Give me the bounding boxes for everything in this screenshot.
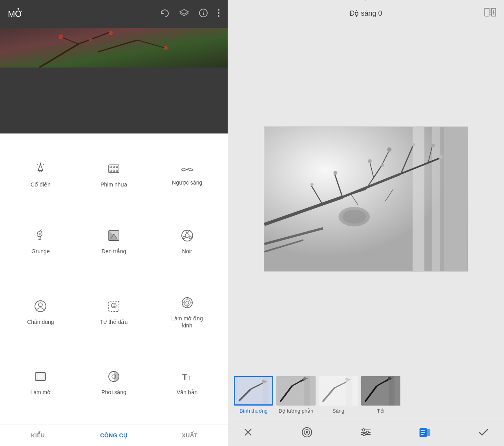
svg-point-128 xyxy=(366,431,369,433)
tool-den-trang[interactable]: Đen trắng xyxy=(77,208,151,275)
confirm-button[interactable] xyxy=(475,424,492,441)
svg-point-88 xyxy=(439,155,443,159)
svg-rect-117 xyxy=(389,376,394,406)
tool-van-ban[interactable]: T T Văn bản xyxy=(150,349,224,416)
svg-point-52 xyxy=(186,306,188,307)
palette-button[interactable] xyxy=(416,424,433,441)
svg-point-118 xyxy=(388,377,391,380)
filter-do-tuong-phan[interactable]: Độ tương phản xyxy=(276,376,316,414)
svg-text:T: T xyxy=(187,375,191,382)
filter-thumb-img-toi xyxy=(361,376,400,406)
svg-rect-24 xyxy=(110,166,111,168)
svg-rect-67 xyxy=(432,127,440,271)
tool-lam-mo[interactable]: Làm mờ xyxy=(4,349,77,416)
tab-kieu[interactable]: KIỂU xyxy=(0,424,76,446)
filter-thumb-img-do-tuong-phan xyxy=(276,376,316,406)
svg-point-127 xyxy=(362,429,365,431)
filter-button[interactable] xyxy=(298,424,316,441)
selfie-icon xyxy=(107,299,121,315)
tool-nguoc-sang[interactable]: Ngược sáng xyxy=(150,141,224,208)
svg-rect-66 xyxy=(413,127,424,271)
svg-point-41 xyxy=(38,303,42,307)
info-icon[interactable] xyxy=(199,8,208,20)
svg-rect-132 xyxy=(421,430,425,431)
svg-point-12 xyxy=(58,35,63,39)
svg-point-13 xyxy=(109,31,113,35)
tool-grunge-label: Grunge xyxy=(31,248,50,255)
header-icons xyxy=(160,8,220,20)
svg-rect-133 xyxy=(421,432,425,433)
reel-icon xyxy=(180,228,194,245)
tool-phoi-sang[interactable]: Phơi sáng xyxy=(77,349,151,416)
tool-phim-nhua[interactable]: Phim nhựa xyxy=(77,141,151,208)
tool-lam-mo-label: Làm mờ xyxy=(30,389,51,396)
svg-point-81 xyxy=(388,148,391,151)
right-panel: Độ sáng 0 xyxy=(228,0,504,446)
tool-noir[interactable]: Noir xyxy=(150,208,224,275)
svg-marker-18 xyxy=(38,164,43,170)
layers-icon[interactable] xyxy=(179,8,189,20)
cancel-button[interactable] xyxy=(239,424,257,441)
svg-marker-0 xyxy=(180,9,188,14)
undo-icon[interactable] xyxy=(160,8,170,20)
app-title: MỞ xyxy=(8,9,160,19)
svg-point-36 xyxy=(185,234,189,238)
svg-point-44 xyxy=(113,304,113,305)
filter-binh-thuong-label: Bình thường xyxy=(239,408,268,414)
svg-rect-8 xyxy=(0,28,228,68)
svg-point-4 xyxy=(218,9,219,11)
svg-line-21 xyxy=(43,164,44,165)
svg-point-48 xyxy=(186,301,189,304)
svg-point-47 xyxy=(184,300,190,306)
filter-sang[interactable]: Sáng xyxy=(319,376,358,414)
portrait-icon xyxy=(33,299,47,315)
text-icon: T T xyxy=(180,369,194,386)
tool-chan-dung[interactable]: Chân dung xyxy=(4,275,77,349)
filter-toi[interactable]: Tối xyxy=(361,376,400,414)
blur-lens-icon xyxy=(180,296,194,312)
svg-point-83 xyxy=(431,144,435,148)
svg-rect-135 xyxy=(427,429,430,436)
tool-tu-the-dau[interactable]: Tư thế đầu xyxy=(77,275,151,349)
svg-point-45 xyxy=(114,304,115,305)
svg-rect-27 xyxy=(110,170,111,172)
svg-point-49 xyxy=(183,302,184,303)
filter-binh-thuong[interactable]: Bình thường xyxy=(234,376,273,414)
svg-point-87 xyxy=(381,163,384,166)
vignette-icon xyxy=(33,369,47,386)
svg-point-38 xyxy=(189,236,192,239)
svg-line-22 xyxy=(37,164,38,165)
svg-point-84 xyxy=(412,143,415,146)
tool-van-ban-label: Văn bản xyxy=(177,389,197,396)
svg-point-17 xyxy=(164,46,168,50)
right-header: Độ sáng 0 xyxy=(228,1,504,26)
left-header: MỞ xyxy=(0,0,228,133)
more-icon[interactable] xyxy=(217,8,220,20)
filter-thumb-img-binh-thuong xyxy=(234,376,273,406)
adjustments-button[interactable] xyxy=(357,424,374,441)
svg-rect-60 xyxy=(485,8,489,16)
filter-thumbnails: Bình thường Độ tương phản xyxy=(228,372,504,418)
svg-rect-28 xyxy=(113,170,115,172)
svg-rect-134 xyxy=(421,434,424,435)
tool-grunge[interactable]: Grunge xyxy=(4,208,77,275)
tool-phoi-sang-label: Phơi sáng xyxy=(101,389,126,396)
mustache-icon xyxy=(180,163,194,176)
svg-point-100 xyxy=(262,380,265,383)
svg-point-112 xyxy=(345,378,349,381)
compare-icon[interactable] xyxy=(484,7,496,19)
svg-rect-105 xyxy=(304,376,310,406)
svg-point-50 xyxy=(190,302,192,303)
svg-line-30 xyxy=(40,229,41,231)
svg-rect-29 xyxy=(116,170,118,172)
tab-cong-cu[interactable]: CÔNG CỤ xyxy=(76,424,152,446)
tool-lam-mo-ong-kinh[interactable]: Làm mờ ống kính xyxy=(150,275,224,349)
tools-grid: Cổ điển Phim nhựa xyxy=(0,133,228,424)
tool-tu-the-dau-label: Tư thế đầu xyxy=(100,318,128,325)
lamp-icon xyxy=(33,162,47,178)
filter-thumb-img-sang xyxy=(319,376,358,406)
tab-xuat[interactable]: XUẤT xyxy=(152,424,228,446)
svg-point-51 xyxy=(186,298,188,299)
tool-phim-nhua-label: Phim nhựa xyxy=(100,181,127,188)
tool-co-dien[interactable]: Cổ điển xyxy=(4,141,77,208)
